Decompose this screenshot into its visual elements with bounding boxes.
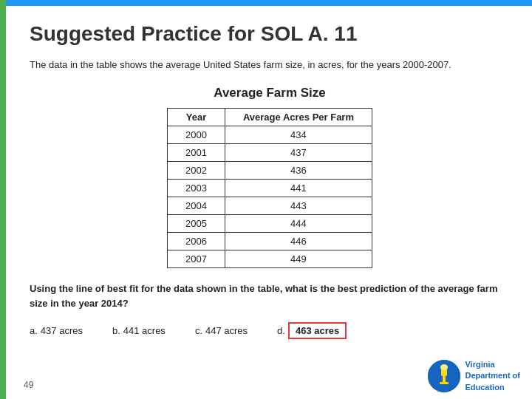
answer-item: b. 441 acres	[112, 325, 166, 336]
col-header-acres: Average Acres Per Farm	[225, 108, 372, 126]
answer-label: c.	[195, 325, 202, 336]
table-row: 2003441	[168, 179, 372, 197]
logo-circle	[428, 360, 460, 392]
svg-point-4	[440, 364, 448, 370]
table-section: Average Farm Size Year Average Acres Per…	[30, 86, 510, 268]
svg-rect-3	[440, 382, 449, 384]
answer-item: d.463 acres	[277, 322, 347, 339]
table-row: 2001437	[168, 143, 372, 161]
correct-answer: 463 acres	[288, 322, 347, 339]
table-row: 2007449	[168, 250, 372, 267]
table-row: 2006446	[168, 232, 372, 250]
logo-text: Virginia Department of Education	[465, 359, 520, 393]
page-title: Suggested Practice for SOL A. 11	[30, 22, 510, 46]
answer-item: a. 437 acres	[30, 325, 83, 336]
top-bar	[0, 0, 532, 6]
answer-label: d.	[277, 325, 285, 336]
description-text: The data in the table shows the average …	[30, 58, 510, 72]
table-row: 2002436	[168, 161, 372, 179]
answer-item: c. 447 acres	[195, 325, 248, 336]
logo-area: Virginia Department of Education	[428, 359, 520, 393]
answer-label: a.	[30, 325, 38, 336]
answer-value: 437 acres	[41, 325, 83, 336]
page-number: 49	[24, 380, 33, 390]
table-row: 2000434	[168, 126, 372, 143]
left-bar	[0, 0, 6, 399]
question-text: Using the line of best fit for the data …	[30, 282, 510, 313]
col-header-year: Year	[168, 108, 225, 126]
answer-value: 447 acres	[205, 325, 248, 336]
table-title: Average Farm Size	[214, 86, 326, 100]
main-content: Suggested Practice for SOL A. 11 The dat…	[15, 9, 525, 399]
answer-label: b.	[112, 325, 120, 336]
answers-section: a. 437 acresb. 441 acresc. 447 acresd.46…	[30, 322, 510, 339]
data-table: Year Average Acres Per Farm 200043420014…	[167, 108, 372, 268]
table-row: 2004443	[168, 197, 372, 214]
table-row: 2005444	[168, 214, 372, 232]
answer-value: 441 acres	[123, 325, 166, 336]
